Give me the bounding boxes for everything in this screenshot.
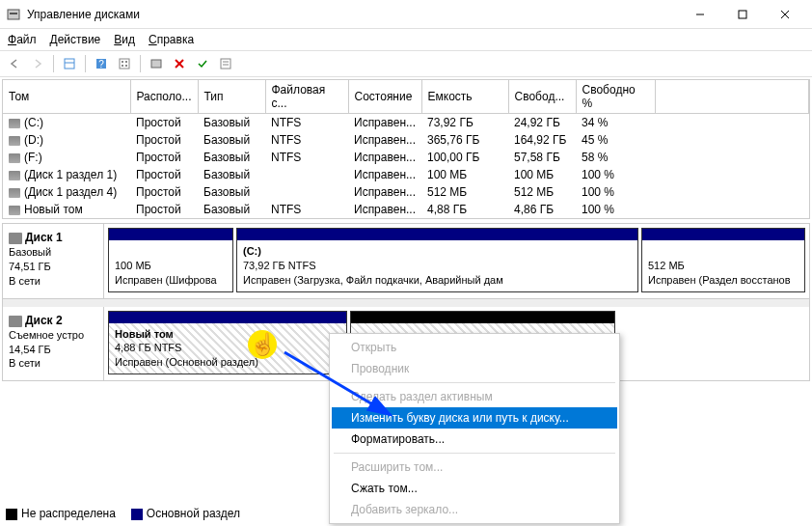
menu-bar: Файл Действие Вид Справка [0, 29, 812, 50]
menu-view[interactable]: Вид [114, 33, 135, 46]
disk1-partition-c[interactable]: (C:)73,92 ГБ NTFSИсправен (Загрузка, Фай… [236, 228, 638, 292]
disk2-partition-1[interactable]: Новый том4,88 ГБ NTFSИсправен (Основной … [108, 311, 347, 375]
volume-icon [9, 153, 20, 163]
menu-file[interactable]: Файл [8, 33, 37, 46]
col-free[interactable]: Свобод... [508, 80, 576, 114]
maximize-button[interactable] [721, 1, 764, 28]
volume-icon [9, 206, 20, 215]
table-row[interactable]: (Диск 1 раздел 4)ПростойБазовыйИсправен.… [3, 183, 809, 201]
svg-rect-13 [122, 65, 123, 67]
svg-rect-14 [125, 65, 127, 67]
svg-text:?: ? [98, 59, 104, 69]
svg-rect-3 [739, 11, 746, 18]
cursor-pointer-icon: ☝ [248, 330, 277, 359]
disk-icon [9, 316, 22, 327]
ctx-open: Открыть [332, 337, 617, 358]
svg-rect-15 [151, 60, 161, 68]
ctx-active: Сделать раздел активным [332, 386, 617, 407]
settings-button[interactable] [114, 53, 135, 74]
volume-icon [9, 136, 20, 146]
table-row[interactable]: (F:)ПростойБазовыйNTFSИсправен...100,00 … [3, 149, 809, 166]
col-volume[interactable]: Том [3, 80, 130, 114]
back-button[interactable] [4, 53, 25, 74]
legend: Не распределена Основной раздел [6, 507, 240, 520]
minimize-button[interactable] [679, 1, 721, 28]
ctx-change-letter[interactable]: Изменить букву диска или путь к диску... [332, 407, 617, 429]
disk2-label[interactable]: Диск 2 Съемное устро14,54 ГБВ сети [3, 307, 104, 381]
disk1-label[interactable]: Диск 1 Базовый74,51 ГБВ сети [3, 224, 104, 298]
window-title: Управление дисками [27, 8, 679, 21]
disk1-partition-1[interactable]: 100 МБИсправен (Шифрова [108, 228, 233, 292]
col-pct[interactable]: Свободно % [576, 80, 655, 114]
forward-button[interactable] [27, 53, 48, 74]
help-button[interactable]: ? [91, 53, 112, 74]
ctx-shrink[interactable]: Сжать том... [332, 478, 617, 499]
ctx-extend: Расширить том... [332, 457, 617, 478]
svg-rect-18 [221, 59, 230, 69]
disk1-partition-recovery[interactable]: 512 МБИсправен (Раздел восстанов [641, 228, 805, 292]
col-status[interactable]: Состояние [348, 80, 421, 114]
context-menu: Открыть Проводник Сделать раздел активны… [329, 333, 620, 524]
col-type[interactable]: Тип [198, 80, 265, 114]
view-button[interactable] [59, 53, 80, 74]
app-icon [6, 7, 21, 22]
legend-primary: Основной раздел [147, 507, 240, 520]
col-layout[interactable]: Располо... [130, 80, 198, 114]
delete-button[interactable] [169, 53, 190, 74]
volume-icon [9, 188, 20, 198]
volume-table[interactable]: Том Располо... Тип Файловая с... Состоян… [3, 80, 809, 218]
table-row[interactable]: (C:)ПростойБазовыйNTFSИсправен...73,92 Г… [3, 114, 809, 132]
ctx-mirror: Добавить зеркало... [332, 499, 617, 520]
check-button[interactable] [192, 53, 213, 74]
table-row[interactable]: (Диск 1 раздел 1)ПростойБазовыйИсправен.… [3, 166, 809, 183]
volume-icon [9, 119, 20, 128]
col-fs[interactable]: Файловая с... [265, 80, 348, 114]
svg-rect-10 [120, 59, 129, 69]
volume-icon [9, 171, 20, 180]
toolbar: ? [0, 50, 812, 77]
menu-action[interactable]: Действие [50, 33, 101, 46]
legend-unallocated: Не распределена [21, 507, 116, 520]
svg-rect-1 [10, 13, 17, 14]
svg-rect-11 [122, 61, 123, 63]
svg-rect-6 [65, 59, 74, 69]
table-row[interactable]: (D:)ПростойБазовыйNTFSИсправен...365,76 … [3, 131, 809, 149]
svg-rect-12 [125, 61, 127, 63]
table-row[interactable]: Новый томПростойБазовыйNTFSИсправен...4,… [3, 201, 809, 218]
close-button[interactable] [764, 1, 806, 28]
ctx-explorer: Проводник [332, 358, 617, 379]
col-capacity[interactable]: Емкость [421, 80, 508, 114]
ctx-format[interactable]: Форматировать... [332, 429, 617, 450]
refresh-button[interactable] [146, 53, 167, 74]
properties-button[interactable] [215, 53, 236, 74]
menu-help[interactable]: Справка [149, 33, 194, 46]
disk-icon [9, 233, 22, 244]
